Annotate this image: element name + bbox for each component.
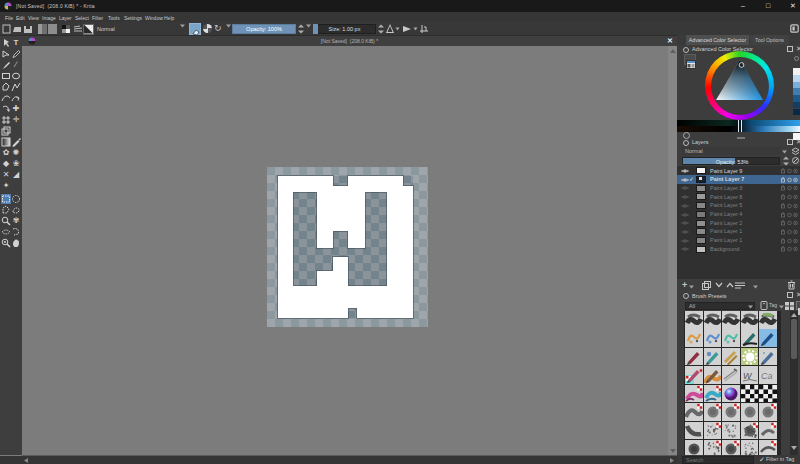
svg-text:Ca: Ca [761,371,773,381]
